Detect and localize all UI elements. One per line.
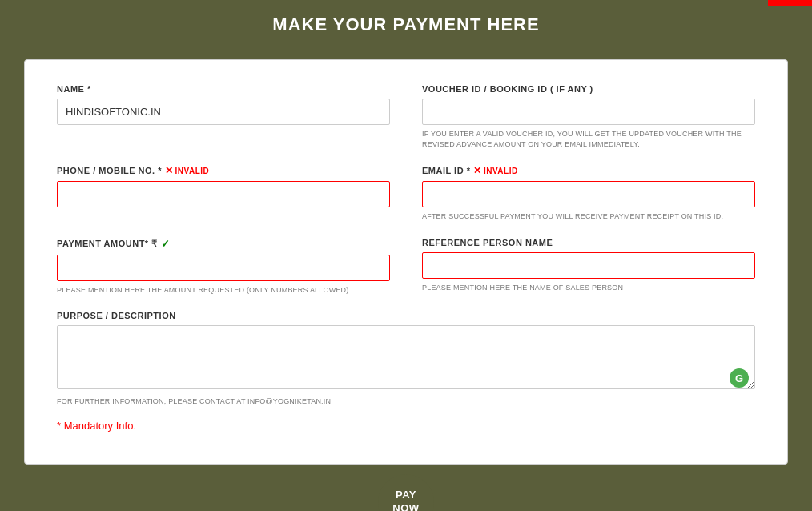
- voucher-label: VOUCHER ID / BOOKING ID ( IF ANY ): [422, 84, 755, 94]
- name-input[interactable]: [57, 99, 390, 125]
- row-phone-email: PHONE / MOBILE NO. * ✕ INVALID EMAIL ID …: [57, 165, 755, 222]
- pay-button-wrapper: PAY NOW: [0, 474, 812, 511]
- phone-input[interactable]: [57, 181, 390, 207]
- purpose-textarea[interactable]: [57, 325, 755, 389]
- pay-now-button[interactable]: PAY NOW: [378, 474, 434, 511]
- email-input[interactable]: [422, 181, 755, 207]
- payment-group: PAYMENT AMOUNT* ₹ ✓ PLEASE MENTION HERE …: [57, 238, 390, 296]
- voucher-input[interactable]: [422, 99, 755, 125]
- email-hint: AFTER SUCCESSFUL PAYMENT YOU WILL RECEIV…: [422, 211, 755, 222]
- payment-input[interactable]: [57, 255, 390, 281]
- voucher-hint: IF YOU ENTER A VALID VOUCHER ID, YOU WIL…: [422, 129, 755, 149]
- footer-hint: FOR FURTHER INFORMATION, PLEASE CONTACT …: [57, 397, 331, 405]
- reference-input[interactable]: [422, 252, 755, 279]
- email-invalid-badge: ✕ INVALID: [473, 165, 517, 176]
- name-group: NAME *: [57, 84, 390, 149]
- mandatory-note: * Mandatory Info.: [57, 420, 755, 432]
- phone-label: PHONE / MOBILE NO. * ✕ INVALID: [57, 165, 390, 176]
- payment-hint: PLEASE MENTION HERE THE AMOUNT REQUESTED…: [57, 285, 390, 296]
- phone-invalid-badge: ✕ INVALID: [165, 165, 209, 176]
- payment-valid-icon: ✓: [161, 238, 171, 250]
- phone-group: PHONE / MOBILE NO. * ✕ INVALID: [57, 165, 390, 222]
- purpose-label: PURPOSE / DESCRIPTION: [57, 311, 755, 320]
- reference-group: REFERENCE PERSON NAME PLEASE MENTION HER…: [422, 238, 755, 296]
- email-label: EMAIL ID * ✕ INVALID: [422, 165, 755, 176]
- reference-label: REFERENCE PERSON NAME: [422, 238, 755, 247]
- purpose-group: PURPOSE / DESCRIPTION G FOR FURTHER INFO…: [57, 311, 755, 407]
- row-payment-reference: PAYMENT AMOUNT* ₹ ✓ PLEASE MENTION HERE …: [57, 238, 755, 296]
- row-name-voucher: NAME * VOUCHER ID / BOOKING ID ( IF ANY …: [57, 84, 755, 149]
- email-group: EMAIL ID * ✕ INVALID AFTER SUCCESSFUL PA…: [422, 165, 755, 222]
- page-header: MAKE YOUR PAYMENT HERE: [0, 0, 812, 50]
- textarea-wrapper: G: [57, 325, 755, 392]
- form-container: NAME * VOUCHER ID / BOOKING ID ( IF ANY …: [24, 59, 788, 465]
- voucher-group: VOUCHER ID / BOOKING ID ( IF ANY ) IF YO…: [422, 84, 755, 149]
- top-red-bar: [768, 0, 812, 6]
- page-title: MAKE YOUR PAYMENT HERE: [272, 14, 539, 34]
- reference-hint: PLEASE MENTION HERE THE NAME OF SALES PE…: [422, 283, 755, 293]
- name-label: NAME *: [57, 84, 390, 94]
- payment-label: PAYMENT AMOUNT* ₹ ✓: [57, 238, 390, 250]
